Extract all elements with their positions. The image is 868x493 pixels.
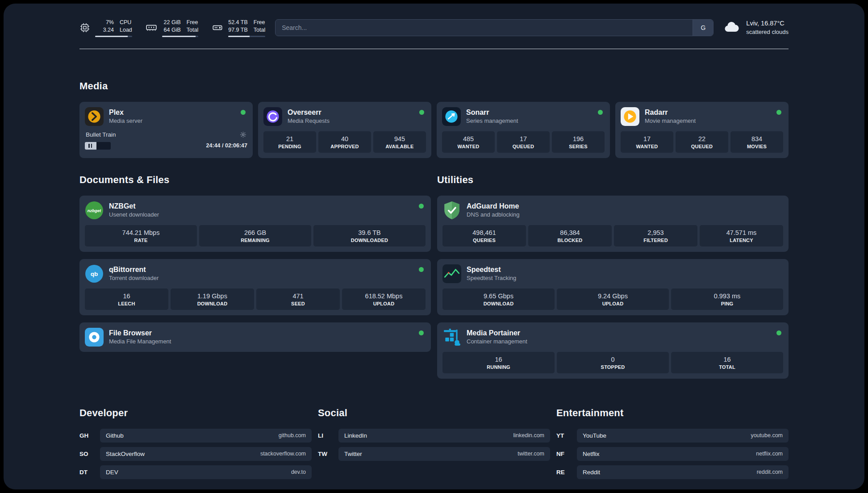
bookmark-name: Netflix <box>583 451 600 457</box>
stat-tile: 21 PENDING <box>263 131 316 153</box>
app-card-overseerr[interactable]: Overseerr Media Requests 21 PENDING 40 A… <box>258 102 431 158</box>
bookmark-link-linkedin[interactable]: LinkedIn linkedin.com <box>338 429 550 443</box>
bookmark-url: reddit.com <box>757 469 783 475</box>
top-bar: 7% 3.24 CPU Load <box>79 19 789 37</box>
app-name: Sonarr <box>466 109 593 117</box>
stat-tile: 9.65 Gbps DOWNLOAD <box>442 288 555 310</box>
weather-widget[interactable]: Lviv, 16.87°C scattered clouds <box>723 19 789 37</box>
stat-tile: 0.993 ms PING <box>671 288 783 310</box>
media-section: Media Plex Media server <box>79 80 789 158</box>
status-dot <box>241 110 246 115</box>
search-engine-button[interactable]: G <box>693 20 713 36</box>
cpu-icon <box>79 22 90 33</box>
stat-tile: 86,384 BLOCKED <box>528 225 612 246</box>
stat-tile: 17 QUEUED <box>497 131 550 153</box>
section-title-documents: Documents & Files <box>79 174 431 186</box>
app-card-speedtest[interactable]: Speedtest Speedtest Tracking 9.65 Gbps D… <box>437 259 789 315</box>
bookmark-row: GH Github github.com <box>79 429 312 443</box>
stat-tile: 945 AVAILABLE <box>373 131 426 153</box>
svg-text:nzbget: nzbget <box>88 208 101 213</box>
cpu-label: CPU <box>120 19 132 26</box>
ram-metric: 22 GiB 64 GiB Free Total <box>146 19 198 37</box>
status-dot <box>419 204 424 209</box>
app-card-plex[interactable]: Plex Media server Bullet Train <box>79 102 253 158</box>
bookmark-url: youtube.com <box>751 432 783 439</box>
bookmark-name: Github <box>106 432 124 439</box>
svg-text:qb: qb <box>91 271 98 277</box>
bookmark-abbr: SO <box>79 451 100 457</box>
app-card-radarr[interactable]: Radarr Movie management 17 WANTED 22 QUE… <box>615 102 789 158</box>
stat-tile: 266 GB REMAINING <box>199 225 311 246</box>
status-dot <box>776 110 781 115</box>
section-title-social: Social <box>318 407 550 419</box>
bookmark-abbr: GH <box>79 432 100 439</box>
app-card-filebrowser[interactable]: File Browser Media File Management <box>79 322 431 352</box>
sonarr-icon <box>442 107 461 126</box>
app-name: NZBGet <box>109 202 413 210</box>
app-card-adguard[interactable]: AdGuard Home DNS and adblocking 498,461 … <box>437 196 789 252</box>
bookmark-link-netflix[interactable]: Netflix netflix.com <box>577 447 789 461</box>
app-name: Speedtest <box>467 266 783 274</box>
bookmark-row: RE Reddit reddit.com <box>556 465 789 479</box>
bookmark-link-dev[interactable]: DEV dev.to <box>100 465 312 479</box>
bookmark-abbr: DT <box>79 469 100 476</box>
status-dot <box>419 330 424 335</box>
bookmarks-developer: Developer GH Github github.com SO StackO… <box>79 407 312 484</box>
bookmark-link-reddit[interactable]: Reddit reddit.com <box>577 465 789 479</box>
stat-tile: 9.24 Gbps UPLOAD <box>557 288 669 310</box>
pause-button[interactable] <box>85 142 111 150</box>
bookmark-name: StackOverflow <box>106 451 145 457</box>
bookmark-row: LI LinkedIn linkedin.com <box>318 429 550 443</box>
stat-tile: 47.571 ms LATENCY <box>700 225 783 246</box>
cpu-metric: 7% 3.24 CPU Load <box>79 19 132 37</box>
ram-free-value: 22 GiB <box>164 19 181 26</box>
adguard-icon <box>442 201 461 220</box>
gear-icon[interactable] <box>240 131 246 138</box>
disk-total-value: 97.9 TB <box>228 26 248 34</box>
app-subtitle: Usenet downloader <box>109 211 413 218</box>
bookmark-name: YouTube <box>583 432 606 439</box>
search-input[interactable] <box>275 20 693 36</box>
stat-tile: 744.21 Mbps RATE <box>85 225 197 246</box>
stat-tile: 16 TOTAL <box>671 352 783 373</box>
cpu-load-value: 3.24 <box>103 26 114 34</box>
bookmark-name: DEV <box>106 469 118 476</box>
disk-progress-bar <box>228 36 265 37</box>
bookmark-abbr: LI <box>318 432 338 439</box>
stat-tile: 39.6 TB DOWNLOADED <box>313 225 426 246</box>
app-subtitle: Container management <box>467 338 771 345</box>
status-dot <box>776 330 781 335</box>
stat-tile: 17 WANTED <box>621 131 673 153</box>
bookmark-link-twitter[interactable]: Twitter twitter.com <box>338 447 550 461</box>
bookmark-abbr: YT <box>556 432 577 439</box>
app-subtitle: Torrent downloader <box>109 275 413 281</box>
bookmark-name: LinkedIn <box>344 432 367 439</box>
cpu-load-label: Load <box>120 26 132 34</box>
disk-metric: 52.4 TB 97.9 TB Free Total <box>212 19 265 37</box>
app-subtitle: Movie management <box>645 117 771 124</box>
bookmark-url: linkedin.com <box>513 432 544 439</box>
bookmark-name: Twitter <box>344 451 362 457</box>
disk-total-label: Total <box>254 26 265 34</box>
app-card-sonarr[interactable]: Sonarr Series management 485 WANTED 17 Q… <box>437 102 610 158</box>
bookmark-link-youtube[interactable]: YouTube youtube.com <box>577 429 789 443</box>
disk-free-label: Free <box>254 19 265 26</box>
weather-location: Lviv, 16.87°C <box>746 19 789 28</box>
status-dot <box>419 110 424 115</box>
ram-progress-bar <box>162 36 198 37</box>
app-subtitle: Media Requests <box>288 117 414 124</box>
disk-icon <box>212 22 223 33</box>
status-dot <box>598 110 603 115</box>
bookmark-link-stackoverflow[interactable]: StackOverflow stackoverflow.com <box>100 447 312 461</box>
bookmark-url: netflix.com <box>756 451 783 457</box>
stat-tile: 2,953 FILTERED <box>614 225 697 246</box>
app-card-nzbget[interactable]: nzbget NZBGet Usenet downloader 744.21 M… <box>79 196 431 252</box>
app-card-qbittorrent[interactable]: qb qBittorrent Torrent downloader 16 LEE… <box>79 259 431 315</box>
bookmark-link-github[interactable]: Github github.com <box>100 429 312 443</box>
bookmark-abbr: TW <box>318 451 338 457</box>
ram-total-label: Total <box>187 26 198 34</box>
app-card-portainer[interactable]: Media Portainer Container management 16 … <box>437 322 789 379</box>
nzbget-icon: nzbget <box>85 201 104 220</box>
plex-icon <box>85 107 104 126</box>
bookmark-name: Reddit <box>583 469 600 476</box>
